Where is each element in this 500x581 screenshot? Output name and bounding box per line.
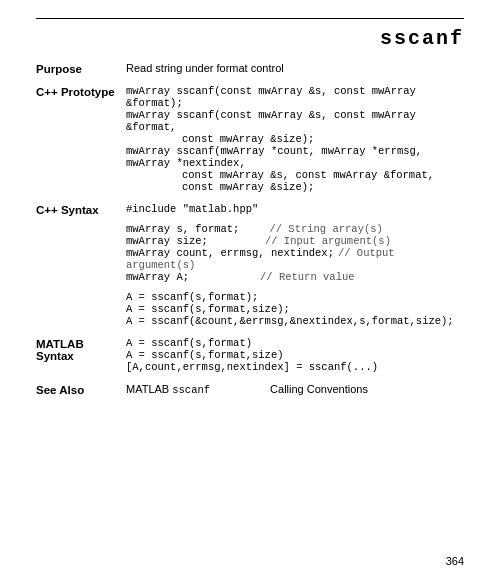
cpp-include: #include "matlab.hpp" [126, 203, 464, 215]
cpp-var-block: mwArray s, format;// String array(s) mwA… [126, 223, 464, 283]
top-rule [36, 18, 464, 19]
cpp-proto-line-2: mwArray sscanf(const mwArray &s, const m… [126, 109, 464, 133]
cpp-var-3: mwArray count, errmsg, nextindex;// Outp… [126, 247, 464, 271]
page-title: sscanf [36, 27, 464, 50]
cpp-proto-line-3: const mwArray &size); [126, 133, 464, 145]
cpp-prototype-row: C++ Prototype mwArray sscanf(const mwArr… [36, 85, 464, 203]
cpp-assign-3: A = sscanf(&count,&errmsg,&nextindex,s,f… [126, 315, 464, 327]
matlab-line-2: A = sscanf(s,format,size) [126, 349, 464, 361]
see-also-matlab-sscanf[interactable]: MATLAB sscanf [126, 383, 210, 396]
cpp-var-2: mwArray size;// Input argument(s) [126, 235, 464, 247]
cpp-proto-line-1: mwArray sscanf(const mwArray &s, const m… [126, 85, 464, 109]
matlab-syntax-value: A = sscanf(s,format) A = sscanf(s,format… [126, 337, 464, 383]
content-table: Purpose Read string under format control… [36, 62, 464, 406]
page-number: 364 [446, 555, 464, 567]
cpp-prototype-label: C++ Prototype [36, 85, 126, 203]
see-also-links: MATLAB sscanf Calling Conventions [126, 383, 464, 396]
cpp-var-4: mwArray A;// Return value [126, 271, 464, 283]
matlab-line-1: A = sscanf(s,format) [126, 337, 464, 349]
cpp-syntax-label: C++ Syntax [36, 203, 126, 337]
matlab-line-3: [A,count,errmsg,nextindex] = sscanf(...) [126, 361, 464, 373]
cpp-syntax-value: #include "matlab.hpp" mwArray s, format;… [126, 203, 464, 337]
cpp-prototype-value: mwArray sscanf(const mwArray &s, const m… [126, 85, 464, 203]
cpp-assign-1: A = sscanf(s,format); [126, 291, 464, 303]
matlab-syntax-row: MATLAB Syntax A = sscanf(s,format) A = s… [36, 337, 464, 383]
page-container: sscanf Purpose Read string under format … [0, 0, 500, 581]
see-also-label: See Also [36, 383, 126, 406]
purpose-row: Purpose Read string under format control [36, 62, 464, 85]
cpp-proto-line-4: mwArray sscanf(mwArray *count, mwArray *… [126, 145, 464, 169]
purpose-label: Purpose [36, 62, 126, 85]
cpp-syntax-row: C++ Syntax #include "matlab.hpp" mwArray… [36, 203, 464, 337]
cpp-proto-line-6: const mwArray &size); [126, 181, 464, 193]
cpp-proto-line-5: const mwArray &s, const mwArray &format, [126, 169, 464, 181]
cpp-var-1: mwArray s, format;// String array(s) [126, 223, 464, 235]
see-also-value: MATLAB sscanf Calling Conventions [126, 383, 464, 406]
see-also-row: See Also MATLAB sscanf Calling Conventio… [36, 383, 464, 406]
see-also-calling-conventions[interactable]: Calling Conventions [270, 383, 368, 396]
cpp-assign-block: A = sscanf(s,format); A = sscanf(s,forma… [126, 291, 464, 327]
purpose-value: Read string under format control [126, 62, 464, 85]
matlab-syntax-label: MATLAB Syntax [36, 337, 126, 383]
cpp-assign-2: A = sscanf(s,format,size); [126, 303, 464, 315]
